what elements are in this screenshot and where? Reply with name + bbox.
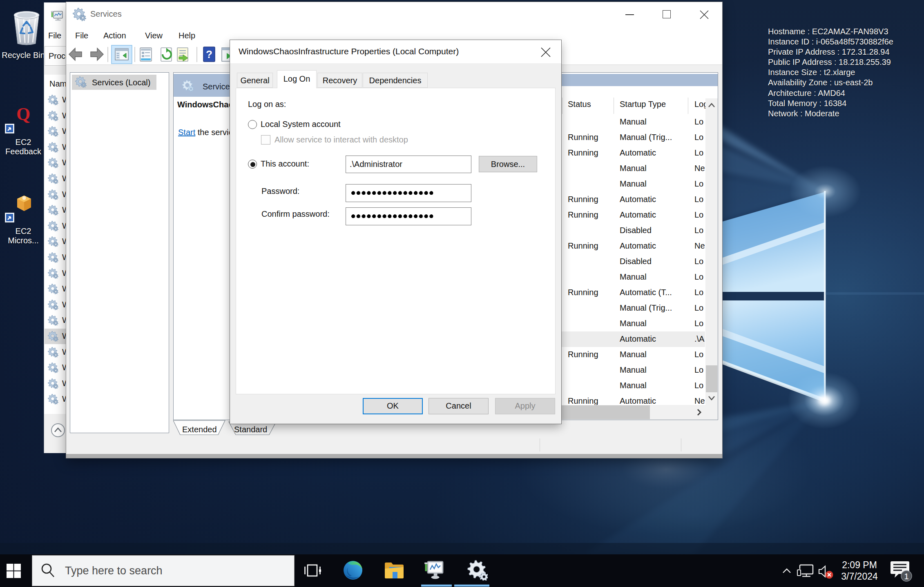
svg-text:Standard: Standard — [234, 425, 267, 434]
svg-text:Extended: Extended — [182, 425, 217, 434]
svg-text:1: 1 — [904, 571, 909, 581]
